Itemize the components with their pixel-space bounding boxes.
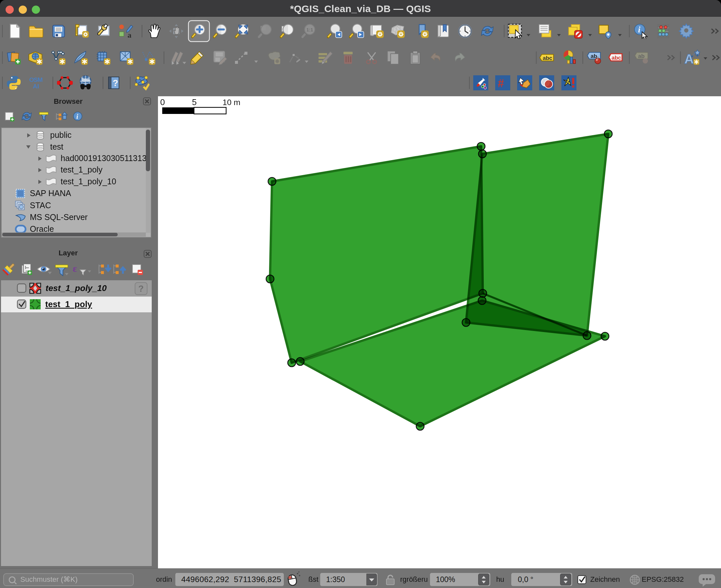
svg-text:test_1_poly: test_1_poly: [61, 165, 103, 174]
svg-text:Oracle: Oracle: [30, 224, 54, 232]
svg-text:10 m: 10 m: [222, 98, 240, 107]
svg-text:i: i: [76, 113, 78, 120]
svg-text:5: 5: [192, 97, 197, 107]
svg-text:had0001913030511313051: had0001913030511313051: [61, 153, 146, 163]
svg-text:public: public: [50, 130, 72, 140]
svg-text:0: 0: [160, 97, 165, 107]
svg-text:?: ?: [138, 284, 144, 294]
svg-text:test_1_poly_10: test_1_poly_10: [45, 283, 107, 293]
svg-text:MS SQL-Server: MS SQL-Server: [30, 212, 87, 222]
svg-text:test_1_poly: test_1_poly: [45, 299, 93, 309]
svg-text:ε: ε: [73, 263, 77, 274]
svg-text:test: test: [50, 142, 63, 151]
svg-text:SAP HANA: SAP HANA: [30, 189, 71, 198]
svg-text:test_1_poly_10: test_1_poly_10: [61, 177, 116, 186]
svg-text:STAC: STAC: [30, 201, 51, 210]
